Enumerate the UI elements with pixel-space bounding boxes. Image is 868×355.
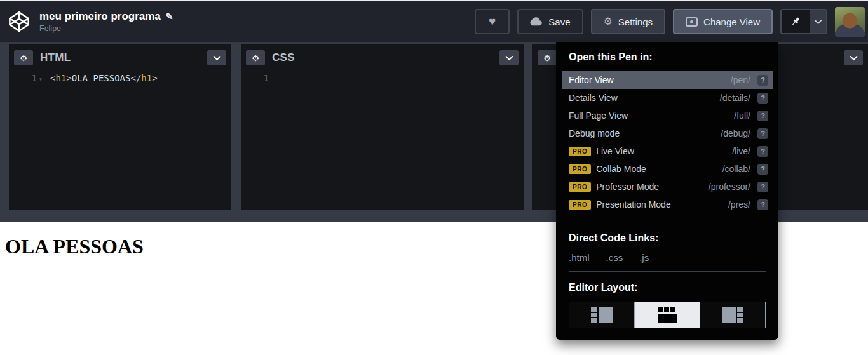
menu-item-label: Collab Mode bbox=[596, 164, 646, 174]
panel-css-title: CSS bbox=[272, 51, 295, 64]
gear-icon: ⚙ bbox=[543, 54, 551, 62]
layout-left-icon bbox=[591, 307, 613, 323]
heart-icon: ♥ bbox=[489, 15, 496, 29]
menu-item-label: Professor Mode bbox=[596, 182, 659, 192]
panel-html-header: ⚙ HTML bbox=[9, 44, 231, 67]
menu-item-path: /live/ bbox=[732, 146, 750, 156]
dropdown-heading: Open this Pen in: bbox=[556, 42, 778, 71]
direct-link-js[interactable]: .js bbox=[639, 252, 649, 263]
html-code-editor[interactable]: 1 ▾ <h1>OLA PESSOAS</h1> bbox=[9, 67, 231, 210]
menu-item-label: Details View bbox=[569, 93, 618, 103]
editor-layout-group bbox=[569, 302, 766, 328]
pushpin-icon bbox=[790, 16, 801, 27]
css-collapse-button[interactable] bbox=[499, 50, 519, 65]
menu-item-editor-view[interactable]: Editor View /pen/ ? bbox=[562, 71, 773, 89]
layout-left-button[interactable] bbox=[569, 302, 634, 328]
menu-item-path: /full/ bbox=[734, 111, 750, 121]
gear-icon: ⚙ bbox=[252, 54, 259, 62]
layout-right-button[interactable] bbox=[700, 302, 765, 328]
help-icon[interactable]: ? bbox=[757, 182, 768, 192]
code-line: 1 ▾ <h1>OLA PESSOAS</h1> bbox=[9, 73, 231, 83]
header: meu primeiro programa ✎ Felipe ♥ Save ⚙ … bbox=[0, 0, 868, 42]
js-collapse-button[interactable] bbox=[844, 50, 863, 65]
header-actions: ♥ Save ⚙ Settings Change View bbox=[475, 7, 865, 37]
layout-top-button[interactable] bbox=[634, 302, 700, 328]
pen-author: Felipe bbox=[39, 24, 173, 33]
pro-badge: PRO bbox=[569, 147, 591, 156]
html-collapse-button[interactable] bbox=[207, 50, 226, 65]
user-avatar[interactable] bbox=[835, 7, 865, 37]
menu-item-full-page-view[interactable]: Full Page View /full/ ? bbox=[562, 107, 773, 124]
menu-item-path: /collab/ bbox=[722, 164, 750, 174]
pin-button[interactable] bbox=[782, 10, 810, 33]
cloud-icon bbox=[530, 17, 543, 26]
change-view-button[interactable]: Change View bbox=[673, 9, 773, 34]
change-view-dropdown: Open this Pen in: Editor View /pen/ ? De… bbox=[556, 42, 778, 340]
direct-code-links-heading: Direct Code Links: bbox=[569, 232, 766, 244]
panel-css: ⚙ CSS 1 bbox=[241, 44, 524, 210]
code-line: 1 bbox=[241, 73, 524, 83]
pin-button-group[interactable] bbox=[780, 9, 827, 34]
menu-item-path: /details/ bbox=[720, 93, 750, 103]
pro-badge: PRO bbox=[569, 182, 591, 192]
css-settings-button[interactable]: ⚙ bbox=[246, 50, 265, 65]
menu-item-label: Editor View bbox=[569, 75, 614, 85]
menu-item-path: /pres/ bbox=[728, 199, 750, 210]
menu-item-path: /debug/ bbox=[721, 128, 750, 138]
panel-html: ⚙ HTML 1 ▾ <h1>OLA PESSOAS</h1> bbox=[9, 44, 231, 210]
menu-item-presentation-mode[interactable]: PRO Presentation Mode /pres/ ? bbox=[562, 196, 773, 213]
help-icon[interactable]: ? bbox=[757, 111, 768, 121]
direct-code-links: .html .css .js bbox=[569, 252, 766, 263]
menu-item-debug-mode[interactable]: Debug mode /debug/ ? bbox=[562, 124, 773, 142]
help-icon[interactable]: ? bbox=[757, 93, 768, 104]
menu-item-label: Live View bbox=[596, 146, 634, 156]
layout-right-icon bbox=[722, 307, 743, 323]
settings-button-label: Settings bbox=[618, 17, 653, 27]
css-code-editor[interactable]: 1 bbox=[241, 67, 524, 210]
menu-item-live-view[interactable]: PRO Live View /live/ ? bbox=[562, 142, 773, 160]
menu-item-label: Presentation Mode bbox=[596, 199, 671, 210]
save-button-label: Save bbox=[548, 17, 570, 27]
help-icon[interactable]: ? bbox=[757, 199, 768, 210]
fold-arrow-icon[interactable]: ▾ bbox=[39, 76, 45, 83]
chevron-down-icon bbox=[213, 55, 221, 61]
line-number: 1 bbox=[241, 73, 269, 83]
edit-title-icon[interactable]: ✎ bbox=[166, 11, 173, 22]
gear-icon: ⚙ bbox=[604, 17, 613, 27]
help-icon[interactable]: ? bbox=[757, 146, 768, 157]
editor-layout-heading: Editor Layout: bbox=[569, 282, 766, 293]
divider bbox=[569, 222, 766, 222]
settings-button[interactable]: ⚙ Settings bbox=[591, 9, 666, 34]
change-view-button-label: Change View bbox=[703, 17, 760, 27]
menu-item-collab-mode[interactable]: PRO Collab Mode /collab/ ? bbox=[562, 160, 773, 178]
panel-html-title: HTML bbox=[40, 51, 71, 64]
menu-item-label: Full Page View bbox=[569, 111, 628, 121]
chevron-down-icon bbox=[814, 19, 822, 25]
chevron-down-icon bbox=[505, 55, 513, 61]
direct-link-html[interactable]: .html bbox=[569, 252, 590, 263]
gear-icon: ⚙ bbox=[20, 54, 27, 62]
pen-title: meu primeiro programa bbox=[39, 10, 161, 23]
direct-link-css[interactable]: .css bbox=[606, 252, 623, 263]
pro-badge: PRO bbox=[569, 200, 591, 210]
love-button[interactable]: ♥ bbox=[475, 9, 510, 34]
js-settings-button[interactable]: ⚙ bbox=[538, 50, 557, 65]
menu-item-label: Debug mode bbox=[569, 128, 620, 138]
help-icon[interactable]: ? bbox=[757, 164, 768, 175]
menu-item-professor-mode[interactable]: PRO Professor Mode /professor/ ? bbox=[562, 178, 773, 196]
help-icon[interactable]: ? bbox=[757, 75, 768, 86]
pin-dropdown-toggle[interactable] bbox=[810, 10, 826, 33]
help-icon[interactable]: ? bbox=[757, 128, 768, 139]
layout-top-icon bbox=[658, 307, 677, 323]
code-content: <h1>OLA PESSOAS</h1> bbox=[50, 73, 158, 83]
chevron-down-icon bbox=[850, 55, 858, 61]
panel-css-header: ⚙ CSS bbox=[241, 44, 524, 67]
line-number: 1 bbox=[9, 73, 37, 83]
menu-item-details-view[interactable]: Details View /details/ ? bbox=[562, 89, 773, 107]
menu-item-path: /pen/ bbox=[731, 75, 750, 85]
divider bbox=[569, 271, 766, 272]
view-icon bbox=[686, 17, 698, 27]
html-settings-button[interactable]: ⚙ bbox=[14, 50, 33, 65]
codepen-logo-icon[interactable] bbox=[8, 10, 31, 33]
save-button[interactable]: Save bbox=[517, 9, 583, 34]
